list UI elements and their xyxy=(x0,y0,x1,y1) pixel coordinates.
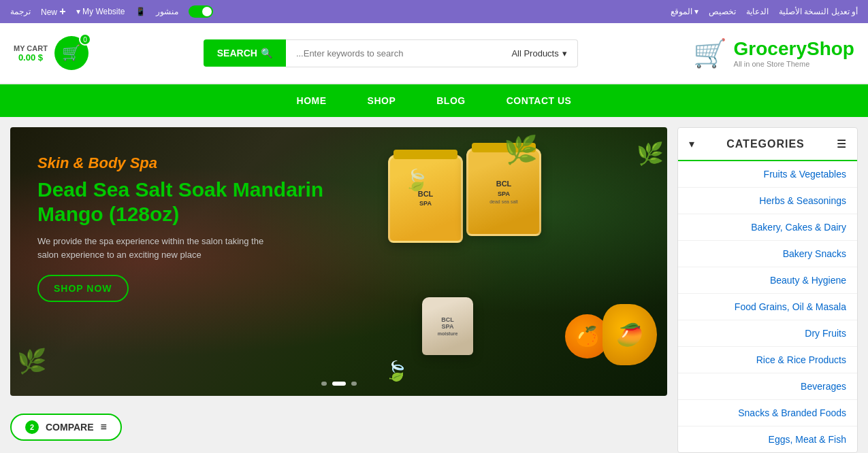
hero-description: We provide the spa experience within the… xyxy=(37,235,269,261)
categories-collapse-icon[interactable]: ▾ xyxy=(689,137,694,150)
header: MY CART 0.00 $ 🛒 0 SEARCH 🔍 All Products… xyxy=(0,23,868,84)
dot-3[interactable] xyxy=(351,382,357,386)
category-snacks-branded[interactable]: Snacks & Branded Foods xyxy=(678,400,857,426)
cart-section: MY CART 0.00 $ 🛒 0 xyxy=(14,36,89,70)
cart-badge: 0 xyxy=(79,33,91,46)
search-icon: 🔍 xyxy=(261,48,272,58)
admin-mobile-icon: 📱 xyxy=(135,7,146,16)
dot-2[interactable] xyxy=(332,382,346,386)
admin-site[interactable]: الموقع ▾ xyxy=(671,7,698,16)
nav-contact[interactable]: CONTACT US xyxy=(507,95,572,106)
admin-translate[interactable]: ترجمة xyxy=(10,7,31,16)
nav-home[interactable]: HOME xyxy=(297,95,327,106)
admin-published: منشور xyxy=(156,7,178,16)
nav-blog[interactable]: BLOG xyxy=(436,95,465,106)
admin-bar-right: الموقع ▾ تخصيص الدعاية أو تعديل النسخة ا… xyxy=(671,7,858,16)
hero-title: Dead Sea Salt Soak MandarinMango (128oz) xyxy=(37,178,323,227)
hero-dots xyxy=(321,382,357,386)
compare-icon: ≡ xyxy=(101,421,107,433)
admin-edit-original[interactable]: أو تعديل النسخة الأصلية xyxy=(779,7,858,16)
banner-section: 🌿 🌿 🍃 Skin & Body Spa Dead Sea Salt Soak… xyxy=(10,127,667,453)
cart-amount: 0.00 $ xyxy=(18,52,43,63)
leaf-decor-1: 🌿 xyxy=(504,134,538,166)
shop-now-button[interactable]: SHOP NOW xyxy=(37,275,129,302)
hero-banner: 🌿 🌿 🍃 Skin & Body Spa Dead Sea Salt Soak… xyxy=(10,127,667,396)
compare-count: 2 xyxy=(25,420,39,434)
compare-label: COMPARE xyxy=(46,422,94,433)
category-eggs-meat-fish[interactable]: Eggs, Meat & Fish xyxy=(678,426,857,452)
category-bakery-cakes-dairy[interactable]: Bakery, Cakes & Dairy xyxy=(678,214,857,241)
logo-sub-text: All in one Store Theme xyxy=(734,60,854,68)
admin-bar-left: ترجمة New + ▾ My Website 📱 منشور xyxy=(10,5,213,18)
category-rice-products[interactable]: Rice & Rice Products xyxy=(678,347,857,373)
cart-label: MY CART xyxy=(14,44,48,52)
published-toggle[interactable] xyxy=(189,5,213,18)
admin-customize[interactable]: تخصيص xyxy=(709,7,736,16)
leaf-decor-2: 🌿 xyxy=(17,348,47,375)
category-food-grains-oil-masala[interactable]: Food Grains, Oil & Masala xyxy=(678,294,857,320)
logo-main-text: GroceryShop xyxy=(734,38,854,60)
leaf-bottom: 🍃 xyxy=(385,360,408,382)
admin-ads[interactable]: الدعاية xyxy=(746,7,769,16)
logo-text: GroceryShop All in one Store Theme xyxy=(734,38,854,68)
logo-cart-icon: 🛒 xyxy=(693,37,727,69)
all-products-dropdown[interactable]: All Products ▾ xyxy=(501,39,577,67)
mango-fruit: 🥭 xyxy=(602,304,657,365)
admin-new-btn[interactable]: New + xyxy=(41,5,66,18)
chevron-down-icon: ▾ xyxy=(562,48,567,58)
categories-box: ▾ CATEGORIES ☰ Fruits & Vegetables Herbs… xyxy=(677,127,858,453)
admin-bar: ترجمة New + ▾ My Website 📱 منشور الموقع … xyxy=(0,0,868,23)
category-beverages[interactable]: Beverages xyxy=(678,373,857,400)
chevron-down-icon: ▾ xyxy=(689,137,694,150)
category-herbs-seasonings[interactable]: Herbs & Seasonings xyxy=(678,188,857,214)
category-fruits-vegetables[interactable]: Fruits & Vegetables xyxy=(678,161,857,188)
categories-header: ▾ CATEGORIES ☰ xyxy=(678,128,857,161)
main-content: 🌿 🌿 🍃 Skin & Body Spa Dead Sea Salt Soak… xyxy=(0,117,868,453)
cart-icon[interactable]: 🛒 0 xyxy=(54,36,89,70)
search-button[interactable]: SEARCH 🔍 xyxy=(204,39,286,67)
hero-subtitle: Skin & Body Spa xyxy=(37,154,323,172)
compare-section: 2 COMPARE ≡ xyxy=(10,405,667,441)
logo: 🛒 GroceryShop All in one Store Theme xyxy=(693,37,854,69)
dot-1[interactable] xyxy=(321,382,327,386)
search-section: SEARCH 🔍 All Products ▾ xyxy=(204,39,578,67)
nav-bar: HOME SHOP BLOG CONTACT US xyxy=(0,84,868,117)
nav-shop[interactable]: SHOP xyxy=(368,95,396,106)
category-beauty-hygiene[interactable]: Beauty & Hygiene xyxy=(678,267,857,294)
leaf-right: 🌿 xyxy=(637,141,664,167)
compare-button[interactable]: 2 COMPARE ≡ xyxy=(10,414,122,441)
product-jar-3: BCLSPAmoisture xyxy=(422,297,473,355)
admin-my-website[interactable]: ▾ My Website xyxy=(76,7,125,16)
leaf-decor-3: 🍃 xyxy=(404,168,429,192)
sidebar: ▾ CATEGORIES ☰ Fruits & Vegetables Herbs… xyxy=(677,127,858,453)
search-input[interactable] xyxy=(286,39,502,67)
category-bakery-snacks[interactable]: Bakery Snacks xyxy=(678,241,857,267)
categories-title: CATEGORIES xyxy=(726,138,805,150)
hero-content: Skin & Body Spa Dead Sea Salt Soak Manda… xyxy=(37,154,323,302)
menu-lines-icon: ☰ xyxy=(837,137,846,150)
category-dry-fruits[interactable]: Dry Fruits xyxy=(678,320,857,347)
